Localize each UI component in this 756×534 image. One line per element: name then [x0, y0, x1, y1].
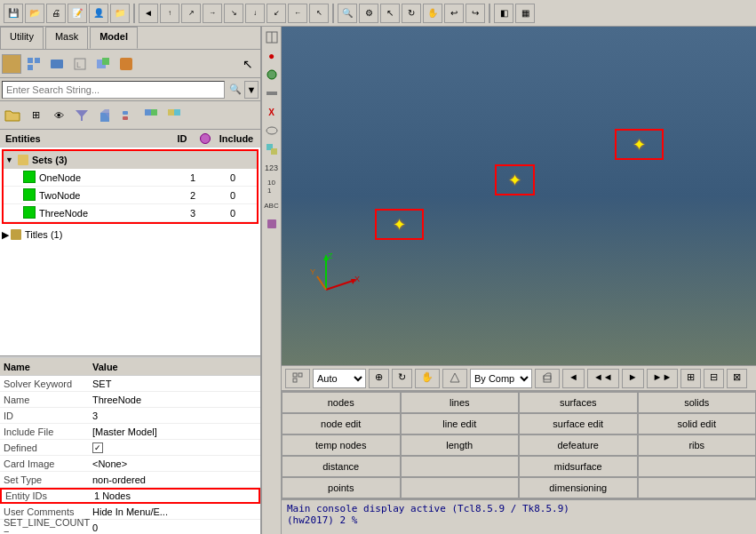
- open-icon[interactable]: 📂: [25, 4, 44, 23]
- filter-icon[interactable]: [71, 105, 92, 126]
- folder2-icon[interactable]: 📁: [110, 4, 130, 23]
- vp-cube-icon[interactable]: [535, 369, 560, 388]
- cursor2-icon[interactable]: ↖: [237, 53, 259, 75]
- vert-btn-abc[interactable]: ABC: [263, 196, 281, 214]
- vp-r3[interactable]: ⊞: [680, 369, 701, 388]
- btn-surfaces[interactable]: surfaces: [519, 392, 638, 413]
- cube-icon[interactable]: [94, 105, 115, 126]
- right-panel: ✦ ✦ ✦ Z: [282, 27, 756, 534]
- titles-expand[interactable]: ▶: [2, 229, 9, 241]
- btn-midsurface[interactable]: midsurface: [519, 456, 638, 477]
- btn-surface-edit[interactable]: surface edit: [519, 413, 638, 434]
- expand-icon[interactable]: ⊞: [25, 105, 46, 126]
- cursor-icon[interactable]: ↖: [380, 4, 400, 23]
- tree-row-onenode[interactable]: OneNode 1 0: [4, 169, 257, 187]
- nav5[interactable]: ↓: [245, 4, 265, 23]
- script-icon[interactable]: 📝: [68, 4, 87, 23]
- vert-btn-2[interactable]: ●: [263, 47, 281, 65]
- threenode-icon: [23, 206, 37, 220]
- search-icon[interactable]: 🔍: [227, 81, 244, 99]
- pan2-icon[interactable]: ✋: [423, 4, 442, 23]
- multi-icon[interactable]: [140, 105, 162, 126]
- btn-nodes[interactable]: nodes: [282, 392, 401, 413]
- save-icon[interactable]: 💾: [4, 4, 23, 23]
- vp-persp-icon[interactable]: [442, 369, 467, 388]
- orbit-icon[interactable]: ↻: [402, 4, 421, 23]
- btn-dimensioning[interactable]: dimensioning: [519, 477, 638, 498]
- view1-icon[interactable]: ◧: [494, 4, 513, 23]
- btn-node-edit[interactable]: node edit: [282, 413, 401, 434]
- defined-checkbox[interactable]: [92, 442, 103, 453]
- bycomp-select[interactable]: By Comp: [470, 369, 532, 388]
- tree-row-twonode[interactable]: TwoNode 2 0: [4, 187, 257, 204]
- block-icon[interactable]: [92, 53, 114, 75]
- vert-btn-7[interactable]: [263, 140, 281, 158]
- node-marker-2: ✦: [495, 164, 535, 195]
- btn-distance[interactable]: distance: [282, 456, 401, 477]
- nav4[interactable]: ↘: [224, 4, 243, 23]
- mesh-icon[interactable]: [23, 53, 44, 75]
- vp-r4[interactable]: ⊟: [704, 369, 724, 388]
- sets-expand[interactable]: ▼: [5, 155, 16, 164]
- vp-r1[interactable]: ►: [622, 369, 644, 388]
- auto-select[interactable]: Auto: [313, 369, 366, 388]
- vp-l1[interactable]: ◄: [562, 369, 585, 388]
- comp-icon[interactable]: [46, 53, 68, 75]
- arrow-left-icon[interactable]: ◄: [139, 4, 158, 23]
- vp-r5[interactable]: ⊠: [727, 369, 747, 388]
- vp-l2[interactable]: ◄◄: [587, 369, 619, 388]
- folder-icon[interactable]: [2, 105, 23, 126]
- vp-pan-icon[interactable]: ✋: [415, 369, 440, 388]
- tree-row-threenode[interactable]: ThreeNode 3 0: [4, 204, 257, 222]
- vp-r2[interactable]: ►►: [647, 369, 679, 388]
- btn-lines[interactable]: lines: [401, 392, 520, 413]
- vp-zoom-icon[interactable]: ⊕: [369, 369, 389, 388]
- vert-btn-9[interactable]: 101: [263, 178, 281, 195]
- sets-header[interactable]: ▼ Sets (3): [4, 151, 257, 169]
- toggle-icon[interactable]: [163, 105, 185, 126]
- vert-btn-5[interactable]: X: [263, 103, 281, 121]
- eye-icon[interactable]: 👁: [48, 105, 69, 126]
- search-dropdown[interactable]: ▼: [244, 81, 259, 99]
- viewport[interactable]: ✦ ✦ ✦ Z: [282, 27, 756, 365]
- vert-btn-1[interactable]: [263, 28, 281, 46]
- vert-btn-3[interactable]: [263, 66, 281, 84]
- vert-btn-4[interactable]: [263, 84, 281, 102]
- icon-toolbar-2: ⊞ 👁: [0, 101, 260, 130]
- btn-line-edit[interactable]: line edit: [401, 413, 520, 434]
- vert-btn-6[interactable]: [263, 122, 281, 139]
- geom-icon[interactable]: [2, 54, 21, 74]
- nav6[interactable]: ↙: [267, 4, 286, 23]
- undo-icon[interactable]: ↩: [444, 4, 464, 23]
- btn-length[interactable]: length: [401, 434, 520, 456]
- btn-temp-nodes[interactable]: temp nodes: [282, 434, 401, 456]
- nav8[interactable]: ↖: [309, 4, 329, 23]
- btn-points[interactable]: points: [282, 477, 401, 498]
- btn-solid-edit[interactable]: solid edit: [638, 413, 757, 434]
- view2-icon[interactable]: ▦: [515, 4, 535, 23]
- nav2[interactable]: ↗: [181, 4, 201, 23]
- vert-btn-11[interactable]: [263, 215, 281, 233]
- btn-solids[interactable]: solids: [638, 392, 757, 413]
- redo-icon[interactable]: ↪: [466, 4, 485, 23]
- search2-icon[interactable]: 🔍: [338, 4, 357, 23]
- titles-section[interactable]: ▶ Titles (1): [0, 226, 260, 243]
- btn-defeature[interactable]: defeature: [519, 434, 638, 456]
- tab-mask[interactable]: Mask: [45, 27, 88, 49]
- vert-btn-8[interactable]: 123: [263, 159, 281, 177]
- search-input[interactable]: [2, 81, 225, 99]
- vp-fit-icon[interactable]: [285, 369, 310, 388]
- tab-model[interactable]: Model: [90, 27, 138, 49]
- nav1[interactable]: ↑: [160, 4, 179, 23]
- prop-icon[interactable]: [117, 105, 139, 126]
- btn-ribs[interactable]: ribs: [638, 434, 757, 456]
- nav7[interactable]: ←: [288, 4, 307, 23]
- nav3[interactable]: →: [203, 4, 222, 23]
- set-icon[interactable]: [115, 53, 137, 75]
- print-icon[interactable]: 🖨: [46, 4, 66, 23]
- person-icon[interactable]: 👤: [89, 4, 108, 23]
- vp-orbit-icon[interactable]: ↻: [392, 369, 412, 388]
- load-icon[interactable]: L: [69, 53, 91, 75]
- settings-icon[interactable]: ⚙: [359, 4, 378, 23]
- tab-utility[interactable]: Utility: [0, 27, 44, 49]
